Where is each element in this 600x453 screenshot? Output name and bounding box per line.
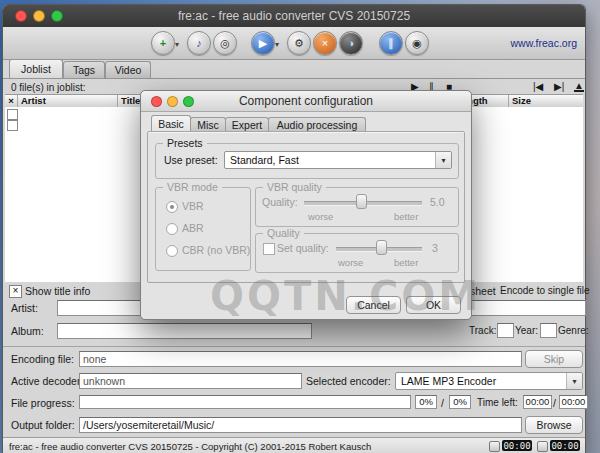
progress-separator: / [441,397,444,409]
vbr-quality-group: VBR quality Quality: 5.0 worse better [255,187,459,227]
add-files-dropdown-icon[interactable]: ▾ [175,40,179,49]
presets-legend: Presets [163,137,207,149]
status-text: fre:ac - free audio converter CVS 201507… [9,441,371,452]
vbr-radio-label: VBR [182,200,204,212]
total-time-icon [489,441,500,452]
browse-button[interactable]: Browse [525,416,583,434]
ok-button[interactable]: OK [406,296,461,314]
x-glyph: × [322,37,328,49]
status-bar: fre:ac - free audio converter CVS 201507… [3,437,585,453]
use-preset-dropdown[interactable]: Standard, Fast ▾ [224,151,452,169]
year-input[interactable] [540,323,557,338]
eject-button[interactable]: ▲ [574,81,584,92]
tab-tags[interactable]: Tags [63,61,105,79]
add-files-icon[interactable]: + [151,31,175,55]
dialog-title: Component configuration [239,94,373,108]
album-input[interactable] [57,323,312,339]
time-left-label: Time left: [477,397,518,408]
select-all-checkbox[interactable]: × [5,95,18,107]
dialog-titlebar: Component configuration [141,91,471,112]
quality-legend: Quality [263,227,304,239]
show-title-info-label: Show title info [25,285,90,297]
dialog-minimize-button[interactable] [167,96,178,107]
cbr-radio-label: CBR (no VBR) [182,244,250,256]
progress-percent-2: 0% [449,395,471,409]
record-glyph: ◉ [412,37,422,50]
column-header-artist[interactable]: Artist [18,95,118,107]
row-checkbox[interactable] [7,109,18,120]
active-decoder-label: Active decoder: [11,375,83,387]
dialog-zoom-button[interactable] [183,96,194,107]
skip-button[interactable]: Skip [525,350,583,368]
cd-info-icon[interactable]: ◎ [213,31,237,55]
file-progress-label: File progress: [11,397,75,409]
track-input[interactable] [497,323,514,338]
half-circle-glyph: ◑ [348,37,355,49]
chevron-down-icon[interactable]: ▾ [566,373,582,389]
component-configuration-dialog: Component configuration Basic Misc Exper… [140,90,472,320]
remaining-time-display: 00:00 [550,440,580,451]
pause-glyph: ∥ [388,37,394,50]
output-mode-icon[interactable]: ◑ [339,31,363,55]
start-encoding-icon[interactable]: ▶ [251,31,275,55]
gear-glyph: ⚙ [294,37,304,50]
artist-label: Artist: [11,302,38,314]
time-left-value-2: 00:00 [559,395,588,409]
vbr-radio[interactable] [166,201,178,213]
tab-joblist[interactable]: Joblist [9,59,63,79]
set-quality-label: Set quality: [277,242,329,254]
row-checkbox[interactable] [7,120,18,131]
abr-radio-label: ABR [182,222,204,234]
selected-encoder-label: Selected encoder: [306,375,391,387]
power-icon[interactable]: ◉ [405,31,429,55]
next-track-button[interactable]: ▶| [554,81,564,92]
vbr-quality-slider-handle[interactable] [356,194,367,209]
dialog-close-button[interactable] [151,96,162,107]
quality-group: Quality Set quality: 3 worse better [255,233,459,273]
tab-divider [3,78,585,79]
vbr-quality-label: Quality: [262,196,298,208]
selected-encoder-dropdown[interactable]: LAME MP3 Encoder ▾ [395,372,583,390]
output-folder-label: Output folder: [11,419,75,431]
settings-icon[interactable]: ⚙ [287,31,311,55]
remaining-time-icon [537,441,548,452]
chevron-down-icon[interactable]: ▾ [435,152,451,168]
minimize-window-button[interactable] [33,10,45,22]
play-glyph: ▶ [259,37,267,50]
pause-encoding-icon[interactable]: ∥ [379,31,403,55]
cancel-button[interactable]: Cancel [346,296,401,314]
total-time-display: 00:00 [502,440,532,451]
encode-single-file-label: Encode to single file [500,285,590,296]
add-cd-tracks-icon[interactable]: ♪ [187,31,211,55]
set-quality-checkbox[interactable] [263,243,275,255]
freac-website-link[interactable]: www.freac.org [510,37,577,49]
column-header-size[interactable]: Size [509,95,581,107]
use-preset-value: Standard, Fast [230,154,299,166]
previous-track-button[interactable]: |◀ [533,81,543,92]
output-folder-input[interactable]: /Users/yosemiteretail/Music/ [79,417,522,433]
cue-sheet-label: sheet [470,285,496,297]
quality-worse-label: worse [338,257,363,268]
section-divider [3,346,585,347]
encoding-file-label: Encoding file: [11,353,74,365]
vbr-mode-legend: VBR mode [163,181,222,193]
encoding-file-value: none [79,351,522,367]
zoom-window-button[interactable] [51,10,63,22]
selected-encoder-value: LAME MP3 Encoder [401,375,496,387]
start-encoding-dropdown-icon[interactable]: ▾ [275,40,279,49]
quality-slider-handle[interactable] [376,240,387,255]
vbr-quality-better-label: better [394,211,418,222]
file-progress-bar [79,395,411,409]
presets-group: Presets Use preset: Standard, Fast ▾ [155,143,459,179]
year-label: Year: [515,325,538,336]
cbr-radio[interactable] [166,245,178,257]
close-window-button[interactable] [15,10,27,22]
time-left-value-1: 00:00 [523,395,552,409]
vbr-quality-worse-label: worse [308,211,333,222]
stop-encoding-icon[interactable]: × [313,31,337,55]
main-toolbar: + ▾ ♪ ◎ ▶ ▾ ⚙ × ◑ ∥ ◉ www.freac.org [3,27,585,60]
genre-label: Genre: [558,325,589,336]
show-title-info-checkbox[interactable]: × [9,285,22,298]
tab-video[interactable]: Video [105,61,151,79]
abr-radio[interactable] [166,223,178,235]
